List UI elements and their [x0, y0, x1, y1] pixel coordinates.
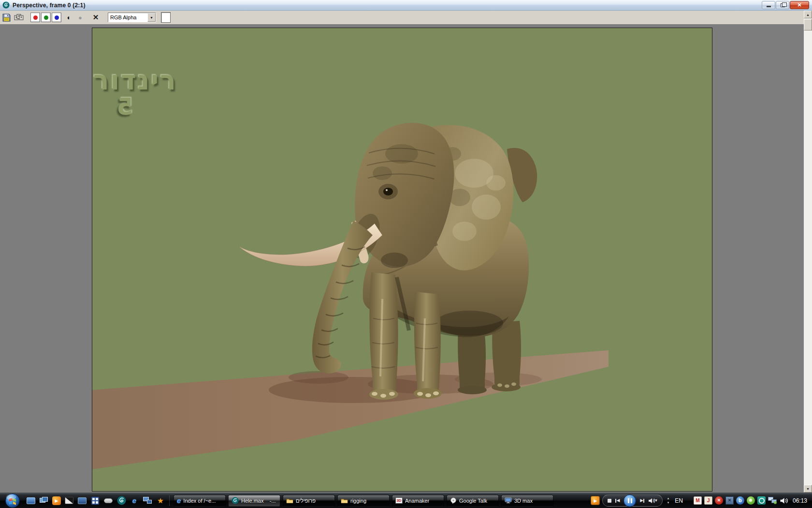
- channel-display-dropdown[interactable]: RGB Alpha ▼: [108, 13, 156, 22]
- elephant-render: [92, 28, 712, 492]
- anamaker-icon: 3D: [395, 497, 403, 504]
- stop-button[interactable]: [608, 499, 611, 503]
- red-channel-button[interactable]: [30, 13, 40, 22]
- rfw-toolbar: ◐ ● ✕ RGB Alpha ▼: [0, 11, 804, 24]
- background-color-swatch[interactable]: [161, 12, 171, 23]
- blue-channel-icon: [55, 15, 59, 20]
- offline-drive-icon[interactable]: ✕: [725, 496, 734, 505]
- internet-explorer-icon: e: [177, 497, 181, 504]
- capture-monitor-icon[interactable]: [64, 496, 74, 506]
- task-rigging-folder[interactable]: rigging: [337, 495, 390, 507]
- toolbar-expand-control[interactable]: ▴ ▾: [667, 496, 669, 505]
- task-hele-max[interactable]: Hele.max -...: [228, 495, 280, 507]
- task-anamaker[interactable]: 3D Anamaker: [392, 495, 444, 507]
- client-area: רינדור 5: [0, 24, 812, 493]
- dropdown-arrow-button[interactable]: ▼: [147, 13, 156, 22]
- vertical-scrollbar[interactable]: ▲ ▼: [804, 11, 812, 493]
- java-icon[interactable]: J: [704, 496, 712, 505]
- monochrome-icon: ◐: [67, 14, 71, 21]
- monochrome-button[interactable]: ◐: [64, 14, 74, 21]
- internet-explorer-icon[interactable]: e: [130, 496, 139, 506]
- wmp-taskband-icon[interactable]: ▶: [591, 496, 600, 505]
- app-grid-icon[interactable]: [90, 496, 100, 506]
- restore-button[interactable]: [776, 1, 789, 9]
- green-channel-icon: [44, 15, 48, 20]
- babylon-icon[interactable]: b: [736, 496, 744, 505]
- google-talk-tray-icon[interactable]: [747, 496, 755, 505]
- scroll-down-icon: ▼: [806, 487, 810, 491]
- tray-area: ▶ ◀ ▶ ▾ ▴ ▾ EN M J ✕ ✕ b: [591, 494, 812, 507]
- minimize-button[interactable]: [762, 1, 775, 9]
- red-channel-icon: [33, 15, 38, 20]
- chevron-down-icon: ▼: [150, 16, 153, 19]
- image-viewer-icon[interactable]: ★: [156, 496, 165, 506]
- task-label: 3D max: [514, 498, 533, 504]
- watermark-line1: רינדור: [93, 68, 177, 94]
- folder-icon: [341, 498, 348, 504]
- channel-display-value: RGB Alpha: [110, 15, 136, 20]
- taskbar-divider: [169, 495, 170, 506]
- volume-tray-icon[interactable]: [780, 497, 788, 504]
- floppy-disk-icon: [2, 14, 11, 22]
- task-label: פרופילים: [296, 498, 316, 504]
- task-3d-max[interactable]: 3D max: [501, 495, 553, 507]
- next-track-button[interactable]: ▶: [640, 498, 644, 503]
- alpha-icon: ●: [78, 14, 82, 21]
- task-label: Hele.max -...: [241, 498, 276, 504]
- task-profiles-folder[interactable]: פרופילים: [283, 495, 335, 507]
- pause-button[interactable]: [624, 494, 636, 507]
- notification-area: M J ✕ ✕ b: [694, 496, 788, 505]
- scroll-down-button[interactable]: ▼: [804, 485, 812, 493]
- scrollbar-thumb[interactable]: [804, 19, 812, 30]
- clear-icon: ✕: [93, 13, 99, 22]
- task-buttons: e Index of /~e... Hele.max -... פרופילים…: [174, 495, 553, 507]
- language-indicator[interactable]: EN: [675, 497, 683, 504]
- network-computers-icon[interactable]: [143, 496, 152, 506]
- next-icon: ▶: [640, 498, 643, 503]
- remote-desktop-icon[interactable]: [77, 496, 87, 506]
- start-button[interactable]: [5, 493, 20, 508]
- media-app-tray-icon[interactable]: [757, 496, 766, 505]
- media-player-icon[interactable]: ▶: [52, 496, 61, 505]
- play-icon: ▶: [55, 498, 58, 503]
- switch-windows-icon[interactable]: [39, 496, 49, 506]
- blue-channel-button[interactable]: [52, 13, 61, 22]
- rendered-frame-window: Perspective, frame 0 (2:1) ✕: [0, 0, 812, 493]
- close-icon: ✕: [797, 2, 801, 8]
- clear-button[interactable]: ✕: [89, 13, 102, 22]
- folder-icon: [286, 498, 293, 504]
- security-alert-icon[interactable]: ✕: [715, 496, 723, 505]
- minimize-icon: [767, 6, 771, 7]
- expand-up-icon: ▴: [667, 496, 669, 500]
- volume-button[interactable]: ▾: [648, 498, 657, 504]
- task-label: Anamaker: [405, 498, 429, 504]
- expand-down-icon: ▾: [667, 501, 669, 505]
- taskbar: ▶ e ★ e Index of /~e... Hele.max -...: [0, 493, 812, 508]
- title-bar[interactable]: Perspective, frame 0 (2:1) ✕: [0, 0, 812, 11]
- stop-icon: [608, 499, 611, 503]
- scroll-up-icon: ▲: [806, 13, 810, 16]
- 3dsmax-icon: [232, 497, 239, 504]
- task-label: Google Talk: [459, 498, 487, 504]
- taskbar-clock[interactable]: 06:13: [793, 497, 807, 504]
- show-desktop-icon[interactable]: [26, 496, 36, 506]
- task-label: rigging: [350, 498, 366, 504]
- chat-bubble-icon: [450, 497, 457, 504]
- alpha-channel-button[interactable]: ●: [75, 14, 86, 21]
- network-status-icon[interactable]: [768, 497, 777, 505]
- scroll-up-button[interactable]: ▲: [804, 11, 812, 18]
- task-google-talk[interactable]: Google Talk: [447, 495, 499, 507]
- green-channel-button[interactable]: [41, 13, 51, 22]
- 3dsmax-quicklaunch-icon[interactable]: [116, 496, 126, 506]
- window-title: Perspective, frame 0 (2:1): [13, 2, 86, 9]
- render-watermark: רינדור 5: [93, 68, 177, 118]
- task-index-of[interactable]: e Index of /~e...: [174, 495, 226, 507]
- drive-icon[interactable]: [103, 496, 113, 506]
- clone-window-button[interactable]: [14, 14, 24, 21]
- clone-icon: [14, 14, 24, 21]
- save-image-button[interactable]: [2, 14, 11, 22]
- close-button[interactable]: ✕: [790, 1, 809, 9]
- quick-launch-bar: ▶ e ★: [26, 496, 165, 506]
- previous-track-button[interactable]: ◀: [615, 498, 620, 503]
- gmail-notifier-icon[interactable]: M: [694, 496, 702, 505]
